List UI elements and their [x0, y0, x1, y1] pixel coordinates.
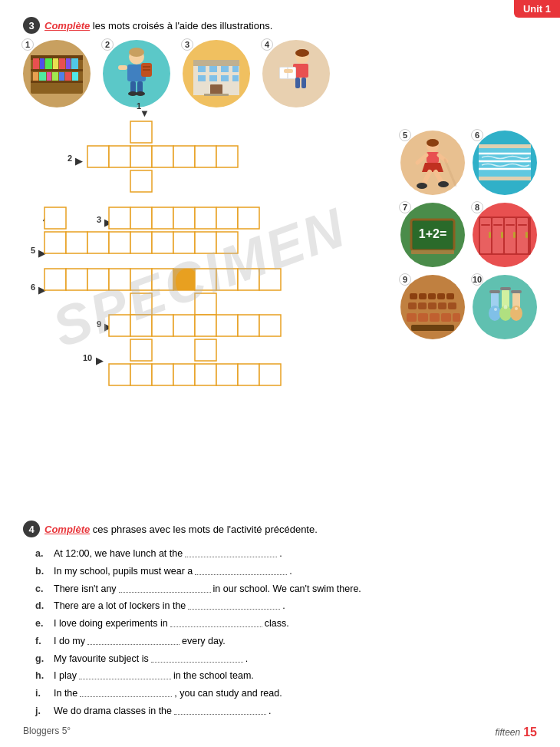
svg-point-29 — [136, 91, 145, 96]
svg-rect-181 — [441, 313, 451, 322]
svg-text:6: 6 — [31, 283, 35, 292]
svg-rect-117 — [238, 315, 259, 336]
svg-rect-39 — [209, 75, 217, 81]
svg-rect-87 — [216, 207, 238, 229]
svg-rect-179 — [418, 313, 428, 322]
svg-rect-17 — [65, 72, 71, 81]
svg-text:3: 3 — [97, 215, 101, 224]
unit-badge: Unit 1 — [514, 0, 560, 18]
svg-rect-127 — [238, 364, 259, 385]
svg-rect-15 — [52, 72, 58, 81]
svg-rect-93 — [130, 232, 152, 253]
svg-rect-124 — [173, 364, 195, 385]
svg-rect-90 — [66, 232, 87, 253]
svg-text:▶: ▶ — [75, 155, 83, 167]
text-f-after: every day. — [182, 634, 226, 649]
svg-rect-103 — [152, 269, 173, 290]
svg-rect-5 — [33, 58, 39, 69]
svg-point-21 — [129, 48, 144, 57]
svg-rect-73 — [87, 146, 109, 167]
svg-rect-30 — [118, 65, 127, 70]
svg-rect-6 — [40, 58, 44, 69]
svg-rect-95 — [173, 232, 195, 253]
footer: Bloggers 5° fifteen 15 — [23, 726, 537, 739]
svg-rect-105 — [195, 269, 216, 290]
section4-header: 4 Complète ces phrases avec les mots de … — [23, 521, 318, 537]
svg-rect-42 — [210, 84, 222, 95]
svg-rect-52 — [295, 78, 300, 88]
illustration-8: 8 — [473, 203, 537, 267]
text-j-before: We do drama classes in the — [54, 704, 172, 719]
text-b-before: In my school, pupils must wear a — [54, 564, 193, 579]
section3-number: 3 — [23, 17, 40, 34]
text-j-after: . — [268, 704, 271, 719]
svg-rect-43 — [204, 94, 229, 96]
svg-rect-108 — [259, 269, 281, 290]
svg-rect-14 — [47, 72, 51, 81]
svg-text:▶: ▶ — [96, 355, 104, 366]
fill-j — [174, 704, 266, 715]
illustration-3: 3 — [183, 40, 250, 107]
text-h-before: I play — [54, 669, 77, 683]
svg-rect-120 — [195, 339, 216, 361]
exercise-b: b. In my school, pupils must wear a . — [35, 564, 537, 579]
svg-rect-125 — [195, 364, 216, 385]
exercise-g: g. My favourite subject is . — [35, 652, 537, 666]
svg-rect-102 — [130, 269, 152, 290]
svg-rect-92 — [109, 232, 130, 253]
svg-rect-121 — [109, 364, 130, 385]
illustration-5: 5 — [400, 131, 465, 195]
svg-rect-145 — [479, 144, 531, 148]
illus-num-9: 9 — [399, 273, 411, 286]
label-h: h. — [35, 669, 51, 683]
svg-point-137 — [417, 183, 427, 189]
text-b-after: . — [289, 564, 292, 579]
svg-rect-86 — [195, 207, 216, 229]
svg-rect-99 — [66, 269, 87, 290]
svg-rect-141 — [479, 146, 531, 180]
illustration-9: 9 — [400, 275, 465, 339]
svg-rect-183 — [411, 325, 454, 331]
svg-rect-115 — [195, 315, 216, 336]
svg-text:5: 5 — [31, 246, 35, 255]
illus-num-5: 5 — [399, 129, 411, 141]
svg-rect-76 — [152, 146, 173, 167]
illus-num-7: 7 — [399, 201, 411, 213]
svg-rect-123 — [152, 364, 173, 385]
svg-rect-82 — [109, 207, 130, 229]
text-c-after: in our school. We can't swim there. — [213, 582, 361, 597]
svg-rect-37 — [232, 66, 239, 72]
right-side-images: 5 — [400, 131, 537, 339]
illustration-6: 6 — [473, 131, 537, 195]
svg-rect-173 — [408, 302, 417, 309]
svg-point-46 — [295, 49, 309, 57]
svg-point-131 — [427, 139, 439, 147]
section4-number: 4 — [23, 521, 40, 537]
exercise-c: c. There isn't any in our school. We can… — [35, 582, 537, 597]
svg-rect-175 — [428, 302, 436, 309]
svg-rect-118 — [259, 315, 281, 336]
svg-point-138 — [438, 181, 449, 187]
svg-rect-126 — [216, 364, 238, 385]
svg-rect-96 — [195, 232, 216, 253]
section3-rest: les mots croisés à l'aide des illustrati… — [90, 20, 272, 31]
text-e-after: class. — [265, 616, 289, 631]
svg-rect-35 — [209, 66, 217, 72]
exercise-e: e. I love doing experiments in class. — [35, 616, 537, 631]
svg-rect-97 — [216, 232, 238, 253]
svg-rect-171 — [437, 293, 445, 299]
svg-rect-187 — [489, 290, 500, 293]
svg-point-195 — [504, 306, 508, 309]
svg-rect-38 — [198, 75, 206, 81]
illus-num-4: 4 — [261, 38, 273, 51]
exercise-h: h. I play in the school team. — [35, 669, 537, 683]
svg-rect-80 — [130, 170, 152, 192]
svg-text:9: 9 — [97, 319, 101, 329]
svg-rect-16 — [59, 72, 64, 81]
text-e-before: I love doing experiments in — [54, 616, 168, 631]
svg-rect-152 — [411, 250, 454, 254]
svg-point-196 — [515, 307, 518, 310]
svg-rect-193 — [511, 290, 522, 293]
label-a: a. — [35, 547, 51, 561]
svg-rect-106 — [216, 269, 238, 290]
